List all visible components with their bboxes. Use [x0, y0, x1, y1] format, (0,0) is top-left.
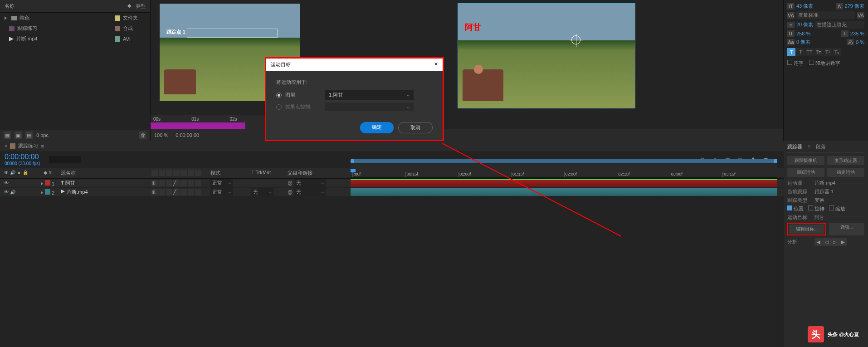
tsume[interactable]: 0 % [856, 39, 864, 45]
project-item-folder[interactable]: 纯色 文件夹 [0, 13, 150, 23]
zoom-value[interactable]: 100 % [154, 132, 168, 138]
timecode-display[interactable]: 0:00:00:00 [5, 153, 40, 161]
shy-switch[interactable]: ⊕ [151, 189, 158, 195]
project-item-video[interactable]: 片断.mp4 AVI [0, 34, 150, 44]
audio-toggle[interactable]: 🔊 [10, 190, 15, 195]
parent-col[interactable]: 父级和链接 [286, 169, 351, 177]
font-size[interactable]: 43 像素 [796, 3, 813, 10]
twist-icon[interactable] [41, 182, 43, 186]
time-display[interactable]: 0:00:00:00 [176, 132, 199, 138]
timeline-tab[interactable]: × 跟踪练习 ≡ [0, 141, 784, 151]
analyze-back-btn[interactable]: ◀ [814, 238, 823, 246]
playhead[interactable] [353, 164, 353, 205]
pickwhip-icon[interactable]: @ [288, 189, 293, 195]
cancel-button[interactable]: 取消 [398, 122, 433, 133]
analyze-label: 分析: [787, 239, 814, 245]
vscale[interactable]: 258 % [796, 31, 810, 36]
layer-bar-1[interactable] [351, 179, 777, 187]
navigator-bar[interactable] [351, 159, 777, 163]
bpc-toggle[interactable]: 8 bpc [36, 132, 49, 138]
rotation-cb[interactable]: 旋转 [808, 205, 824, 212]
leading[interactable]: 279 像素 [845, 3, 864, 10]
scale-cb[interactable]: 缩放 [829, 205, 845, 212]
layer-dropdown[interactable]: 1.阿甘⌵ [325, 90, 414, 100]
tracker-tab[interactable]: 跟踪器 [787, 143, 802, 150]
ligature-cb[interactable]: 连字 [787, 60, 804, 67]
trkmat-dd[interactable]: 无⌵ [251, 188, 274, 196]
project-header: 名称 ◆ 类型 [0, 0, 150, 13]
hindi-cb[interactable]: 印地语数字 [809, 60, 840, 67]
video-col-icon: 👁 [4, 170, 9, 175]
ok-button[interactable]: 确定 [360, 122, 394, 133]
new-folder-icon[interactable]: ▣ [15, 132, 22, 139]
ruler-tick: 03:15f [722, 172, 775, 177]
subscript-btn[interactable]: T₁ [833, 48, 841, 56]
kerning-dd[interactable]: 度量标准 [796, 11, 855, 19]
tab-menu-icon[interactable]: ≡ [41, 143, 44, 149]
layer-radio-row[interactable]: 图层: 1.阿甘⌵ [276, 90, 433, 100]
position-cb[interactable]: 位置 [787, 205, 804, 212]
interpret-icon[interactable]: ▦ [4, 132, 11, 139]
track-region[interactable] [187, 29, 278, 38]
edit-target-highlight: 编辑目标... [787, 223, 826, 235]
switch-icon [180, 170, 187, 176]
track-type-value[interactable]: 变换 [814, 197, 824, 204]
label-color[interactable] [45, 189, 50, 195]
switch-icon [166, 170, 172, 176]
allcaps-btn[interactable]: TT [805, 48, 814, 56]
stroke-width[interactable]: 20 像素 [796, 21, 813, 28]
analyze-step-fwd-btn[interactable]: ▷ [831, 238, 839, 246]
effect-radio-row[interactable]: 效果点控制: ⌵ [276, 103, 433, 111]
motion-source-value[interactable]: 片断.mp4 [814, 180, 835, 186]
layer-bar-2[interactable] [351, 188, 777, 196]
options-btn[interactable]: 选项... [829, 223, 864, 235]
pickwhip-icon[interactable]: @ [288, 180, 293, 186]
stabilize-motion-btn[interactable]: 稳定运动 [827, 168, 864, 177]
search-input[interactable] [49, 156, 81, 163]
baseline[interactable]: 0 像素 [796, 39, 810, 45]
close-icon[interactable]: ✕ [434, 61, 438, 68]
video-toggle[interactable]: 👁 [4, 181, 9, 186]
superscript-btn[interactable]: T¹ [824, 48, 832, 56]
parent-dd[interactable]: 无⌵ [294, 179, 326, 187]
italic-btn[interactable]: T [796, 48, 805, 56]
smallcaps-btn[interactable]: Tᴛ [814, 48, 823, 56]
twist-icon[interactable] [41, 191, 43, 195]
trkmat-col[interactable]: TrkMat [255, 170, 271, 175]
motion-target-dialog: 运动目标 ✕ 将运动应用于: 图层: 1.阿甘⌵ 效果点控制: ⌵ 确定 取消 [265, 57, 444, 141]
dialog-titlebar[interactable]: 运动目标 ✕ [266, 59, 443, 71]
warp-stabilizer-btn[interactable]: 变形稳定器 [827, 156, 864, 165]
track-motion-btn[interactable]: 跟踪运动 [787, 168, 824, 177]
paragraph-tab[interactable]: 段落 [816, 143, 826, 150]
timeline-tracks[interactable]: :00f 00:15f 01:00f 01:15f 02:00f 02:15f … [351, 159, 777, 196]
label-color[interactable] [45, 180, 50, 186]
hscale-icon: T [841, 30, 848, 37]
trash-icon[interactable]: 🗑 [139, 132, 146, 139]
track-camera-btn[interactable]: 跟踪摄像机 [787, 156, 824, 165]
col-type-header: 类型 [136, 3, 146, 10]
analyze-fwd-btn[interactable]: ▶ [839, 238, 847, 246]
mode-dd[interactable]: 正常⌵ [210, 188, 233, 196]
time-ruler[interactable]: :00f 00:15f 01:00f 01:15f 02:00f 02:15f … [351, 164, 777, 178]
mode-dd[interactable]: 正常⌵ [210, 179, 233, 187]
shy-switch[interactable]: ⊕ [151, 180, 158, 186]
work-area[interactable] [151, 122, 245, 129]
close-tab-icon[interactable]: × [5, 143, 7, 149]
comp-preview[interactable]: 阿甘 [458, 4, 635, 108]
bold-btn[interactable]: T [787, 48, 795, 56]
current-track-value[interactable]: 跟踪器 1 [814, 188, 834, 195]
ruler-tick: 01:00f [458, 172, 511, 177]
radio-layer[interactable] [276, 93, 282, 98]
hscale[interactable]: 235 % [850, 31, 864, 36]
radio-effect[interactable] [276, 104, 282, 110]
video-toggle[interactable]: 👁 [4, 190, 9, 195]
analyze-step-back-btn[interactable]: ◁ [823, 238, 831, 246]
parent-dd[interactable]: 无⌵ [294, 188, 326, 196]
source-name-col[interactable]: 源名称 [59, 169, 150, 177]
project-item-comp[interactable]: 跟踪练习 合成 [0, 23, 150, 34]
fill-stroke-dd[interactable]: 在描边上填充 [815, 21, 864, 29]
mode-col[interactable]: 模式 [209, 169, 249, 177]
edit-target-btn[interactable]: 编辑目标... [789, 225, 824, 234]
text-layer-overlay[interactable]: 阿甘 [465, 22, 481, 33]
new-comp-icon[interactable]: ▤ [25, 132, 33, 139]
